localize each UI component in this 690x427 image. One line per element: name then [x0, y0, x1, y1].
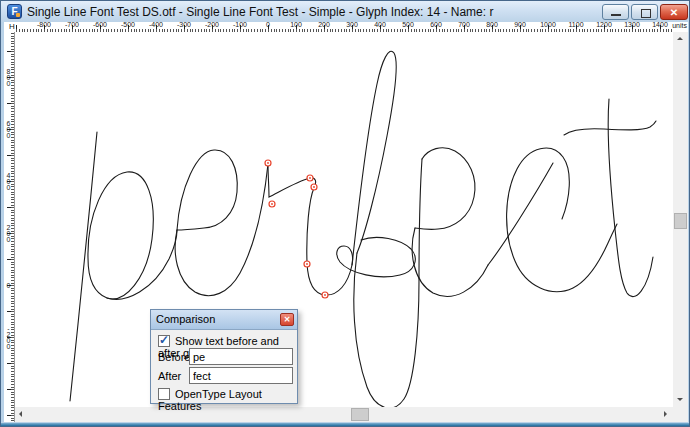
h-ruler-label: 500: [402, 21, 414, 28]
before-input[interactable]: [189, 348, 293, 365]
glyph-outline-path[interactable]: [564, 121, 656, 135]
h-ruler-label: -600: [93, 21, 107, 28]
v-ruler-label: 800: [5, 68, 12, 86]
glyph-edit-window: F Single Line Font Test DS.otf - Single …: [0, 0, 690, 427]
glyph-outline-path[interactable]: [415, 148, 475, 230]
v-ruler-label: -200: [5, 325, 12, 349]
horizontal-scrollbar[interactable]: [15, 407, 673, 422]
glyph-outline-path[interactable]: [412, 228, 488, 296]
h-ruler-label: 800: [486, 21, 498, 28]
control-point-center: [309, 177, 311, 179]
scroll-right-button[interactable]: [658, 407, 673, 422]
v-ruler-label: 200: [5, 224, 12, 242]
content-area: H -800-700-600-500-400-300-200-100010020…: [4, 22, 688, 422]
control-point-center: [313, 186, 315, 188]
h-ruler-label: 1200: [596, 21, 612, 28]
h-ruler-label: 1100: [568, 21, 583, 28]
h-ruler-label: 100: [290, 21, 302, 28]
h-ruler-label: 700: [458, 21, 470, 28]
h-ruler-label: 1300: [624, 21, 640, 28]
glyph-outline-path[interactable]: [107, 230, 177, 299]
scroll-up-icon: [677, 37, 683, 40]
scroll-left-icon: [19, 411, 22, 417]
after-input[interactable]: [189, 367, 293, 384]
h-ruler-label: -500: [121, 21, 135, 28]
control-point-center: [267, 162, 269, 164]
scrollbar-corner: [673, 407, 688, 422]
glyph-canvas-svg: [15, 32, 673, 407]
minimize-icon: [611, 14, 621, 16]
h-ruler-label: -200: [205, 21, 219, 28]
h-ruler-label: 200: [318, 21, 330, 28]
titlebar[interactable]: F Single Line Font Test DS.otf - Single …: [1, 1, 689, 22]
h-ruler-label: -100: [233, 21, 247, 28]
glyph-outline-path[interactable]: [177, 150, 237, 230]
v-ruler-label: 0: [5, 282, 12, 288]
h-ruler-label: 1000: [540, 21, 556, 28]
control-point-center: [324, 294, 326, 296]
glyph-outline-path[interactable]: [352, 51, 396, 265]
glyph-outline-path[interactable]: [88, 172, 153, 299]
h-ruler-label: 600: [430, 21, 442, 28]
ruler-corner-label: H: [9, 22, 15, 31]
h-ruler-label: -800: [37, 21, 51, 28]
after-label: After: [158, 370, 181, 382]
h-ruler-label: -300: [177, 21, 191, 28]
show-text-checkbox[interactable]: [158, 335, 170, 347]
h-ruler-label: 300: [346, 21, 358, 28]
glyph-outline-path[interactable]: [488, 163, 553, 265]
glyph-canvas[interactable]: [15, 32, 673, 407]
horizontal-scroll-thumb[interactable]: [351, 408, 369, 421]
glyph-outline-path[interactable]: [70, 132, 97, 401]
before-label: Before: [158, 351, 190, 363]
comparison-dialog-title: Comparison: [156, 313, 215, 325]
vertical-scrollbar[interactable]: [673, 32, 688, 407]
comparison-dialog-titlebar[interactable]: Comparison ✕: [151, 310, 297, 330]
h-ruler: -800-700-600-500-400-300-200-10001002003…: [15, 22, 673, 32]
control-point-center: [271, 203, 273, 205]
glyph-outline-path[interactable]: [507, 148, 617, 292]
app-icon: F: [7, 4, 22, 19]
v-ruler-label: 600: [5, 120, 12, 138]
window-title: Single Line Font Test DS.otf - Single Li…: [27, 5, 493, 19]
control-point-center: [306, 263, 308, 265]
h-ruler-label: -700: [65, 21, 79, 28]
h-ruler-label: 400: [374, 21, 386, 28]
minimize-button[interactable]: [602, 4, 629, 20]
opentype-checkbox-row: OpenType Layout Features: [158, 388, 297, 412]
h-ruler-label: -400: [149, 21, 163, 28]
close-icon: ✕: [661, 6, 687, 19]
glyph-outline-path[interactable]: [354, 159, 422, 407]
h-ruler-label: 0: [266, 21, 270, 28]
vertical-scroll-thumb[interactable]: [674, 213, 687, 229]
glyph-outline-path[interactable]: [325, 237, 415, 295]
scroll-left-button[interactable]: [15, 407, 30, 422]
h-ruler-label: 1400: [652, 21, 668, 28]
maximize-icon: [641, 9, 651, 18]
close-button[interactable]: ✕: [660, 4, 688, 20]
scroll-right-icon: [664, 411, 667, 417]
opentype-checkbox-label: OpenType Layout Features: [158, 388, 262, 412]
ruler-units-label: units: [672, 22, 687, 29]
scroll-up-button[interactable]: [673, 32, 688, 47]
window-bottom-edge: [1, 423, 689, 426]
h-ruler-label: 900: [514, 21, 526, 28]
v-ruler: 8006004002000-200: [4, 32, 15, 422]
scroll-down-button[interactable]: [673, 392, 688, 407]
v-ruler-label: 400: [5, 172, 12, 190]
comparison-close-button[interactable]: ✕: [280, 313, 294, 326]
ruler-row: H -800-700-600-500-400-300-200-100010020…: [4, 22, 688, 32]
comparison-dialog: Comparison ✕ Show text before and after …: [150, 309, 298, 404]
scroll-down-icon: [677, 398, 683, 401]
opentype-checkbox[interactable]: [158, 388, 170, 400]
maximize-button[interactable]: [631, 4, 658, 20]
glyph-outline-path[interactable]: [268, 164, 325, 295]
